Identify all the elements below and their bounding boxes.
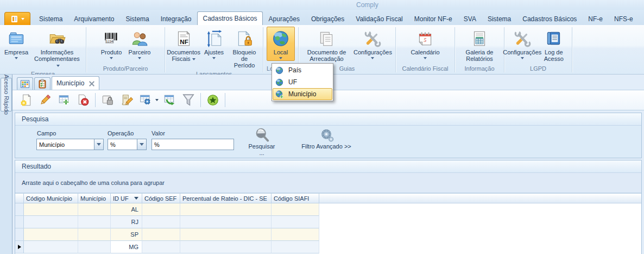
tab-cadastros-basicos-2[interactable]: Cadastros Básicos bbox=[517, 12, 582, 25]
lock-record-icon[interactable] bbox=[99, 92, 116, 108]
grid-cell[interactable] bbox=[180, 241, 272, 253]
column-header-id-uf[interactable]: ID UF bbox=[111, 193, 142, 203]
grid-cell[interactable] bbox=[78, 228, 111, 241]
close-icon[interactable] bbox=[89, 80, 94, 86]
ajustes-button[interactable]: Ajustes bbox=[200, 27, 228, 61]
configuracoes-guias-button[interactable]: Configurações bbox=[352, 27, 393, 61]
doc-tab-checklist[interactable] bbox=[34, 77, 50, 90]
application-menu-button[interactable] bbox=[4, 12, 30, 25]
column-header-percentual-rateio[interactable]: Percentual de Rateio - DIC - SE bbox=[180, 193, 272, 203]
chevron-down-icon[interactable] bbox=[94, 139, 103, 150]
grid-cell[interactable] bbox=[180, 228, 272, 241]
filter-icon[interactable] bbox=[180, 92, 197, 108]
new-record-icon[interactable] bbox=[18, 92, 34, 108]
pesquisar-button[interactable]: Pesquisar ... bbox=[240, 127, 283, 156]
row-selector[interactable] bbox=[15, 216, 24, 228]
add-row-icon[interactable] bbox=[56, 92, 72, 108]
grid-cell[interactable] bbox=[24, 216, 78, 228]
doc-tab-grid-view[interactable] bbox=[17, 77, 33, 90]
informacoes-complementares-button[interactable]: Informações Complementares bbox=[30, 27, 84, 70]
tab-integracao[interactable]: Integração bbox=[155, 12, 197, 25]
galeria-relatorios-button[interactable]: Galeria de Relatórios bbox=[457, 27, 502, 64]
grid-cell[interactable] bbox=[272, 241, 319, 253]
grid-cell-id-uf[interactable]: SP bbox=[111, 228, 142, 241]
bloqueio-periodo-button[interactable]: Bloqueio de Período bbox=[228, 27, 261, 70]
tab-sva[interactable]: SVA bbox=[458, 12, 482, 25]
grid-cell-id-uf-selected[interactable]: MG bbox=[111, 241, 142, 253]
calendario-button[interactable]: 5 Calendário bbox=[408, 27, 441, 61]
row-selector[interactable] bbox=[15, 203, 24, 216]
favorites-icon[interactable] bbox=[205, 92, 221, 108]
delete-record-icon[interactable] bbox=[75, 92, 91, 108]
parceiro-button[interactable]: Parceiro bbox=[125, 27, 154, 61]
menu-item-pais[interactable]: País bbox=[273, 64, 332, 76]
empresa-button[interactable]: Empresa bbox=[2, 27, 30, 61]
table-row[interactable]: AL bbox=[15, 203, 641, 216]
grid-cell[interactable] bbox=[24, 241, 78, 253]
documento-arrecadacao-button[interactable]: Documento de Arrecadação bbox=[301, 27, 352, 64]
export-grid-icon[interactable] bbox=[161, 92, 178, 108]
table-row[interactable]: RJ bbox=[15, 216, 641, 228]
menu-item-municipio[interactable]: Município bbox=[273, 88, 332, 100]
grid-cell[interactable] bbox=[78, 241, 111, 253]
tab-sistema-3[interactable]: Sistema bbox=[482, 12, 516, 25]
produto-button[interactable]: 1234 Produto bbox=[97, 27, 125, 61]
row-selector[interactable] bbox=[15, 228, 24, 241]
group-by-bar[interactable]: Arraste aqui o cabeçalho de uma coluna p… bbox=[15, 173, 641, 193]
tab-nfse[interactable]: NFS-e bbox=[609, 12, 639, 25]
grid-cell[interactable] bbox=[78, 203, 111, 216]
tab-sistema[interactable]: Sistema bbox=[34, 12, 68, 25]
grid-settings-icon[interactable] bbox=[137, 92, 154, 108]
configuracoes-lgpd-button[interactable]: Configurações bbox=[507, 27, 538, 61]
checklist-icon bbox=[37, 79, 47, 89]
tab-arquivamento[interactable]: Arquivamento bbox=[68, 12, 119, 25]
column-header-codigo-siafi[interactable]: Código SIAFI bbox=[272, 193, 319, 203]
table-row[interactable]: SP bbox=[15, 228, 641, 241]
log-acesso-button[interactable]: Log de Acesso bbox=[538, 27, 570, 64]
grid-cell-id-uf[interactable]: AL bbox=[111, 203, 142, 216]
grid-cell[interactable] bbox=[78, 216, 111, 228]
local-button[interactable]: Local bbox=[267, 27, 295, 61]
documentos-fiscais-button[interactable]: NF Documentos Fiscais bbox=[167, 27, 200, 64]
grid-settings-dropdown-icon[interactable] bbox=[155, 99, 159, 101]
column-header-codigo-sef[interactable]: Código SEF bbox=[142, 193, 180, 203]
column-header-codigo-municipio[interactable]: Código Município bbox=[24, 193, 78, 203]
tab-obrigacoes[interactable]: Obrigações bbox=[306, 12, 350, 25]
grid-cell[interactable] bbox=[142, 216, 180, 228]
grid-cell[interactable] bbox=[24, 228, 78, 241]
ribbon-button-label: Calendário bbox=[411, 49, 439, 55]
advanced-filter-button[interactable]: Filtro Avançado >> bbox=[286, 128, 367, 150]
tab-validacao-fiscal[interactable]: Validação Fiscal bbox=[350, 12, 408, 25]
tab-cadastros-basicos[interactable]: Cadastros Básicos bbox=[197, 11, 262, 25]
campo-select[interactable]: Município bbox=[36, 139, 104, 150]
audit-log-icon[interactable] bbox=[118, 92, 135, 108]
doc-tab-municipio[interactable]: Município bbox=[52, 76, 99, 90]
grid-cell[interactable] bbox=[180, 216, 272, 228]
current-row-marker[interactable] bbox=[15, 241, 24, 253]
svg-text:5: 5 bbox=[424, 37, 427, 43]
grid-cell[interactable] bbox=[272, 228, 319, 241]
grid-cell[interactable] bbox=[142, 203, 180, 216]
menu-item-uf[interactable]: UF bbox=[273, 76, 332, 88]
campo-label: Campo bbox=[37, 130, 56, 137]
quick-access-tab[interactable]: Acesso Rápido bbox=[1, 78, 12, 111]
tab-sistema-2[interactable]: Sistema bbox=[120, 12, 154, 25]
grid-cell[interactable] bbox=[142, 241, 180, 253]
tab-monitor-nfe[interactable]: Monitor NF-e bbox=[409, 12, 458, 25]
operacao-select[interactable]: % bbox=[108, 139, 147, 150]
grid-cell[interactable] bbox=[142, 228, 180, 241]
grid-cell-id-uf[interactable]: RJ bbox=[111, 216, 142, 228]
sort-filter-icon[interactable] bbox=[134, 197, 138, 200]
valor-input[interactable] bbox=[151, 139, 234, 150]
table-row-current[interactable]: MG bbox=[15, 241, 641, 253]
edit-record-icon[interactable] bbox=[37, 92, 53, 108]
grid-cell[interactable] bbox=[272, 203, 319, 216]
tab-apuracoes[interactable]: Apurações bbox=[263, 12, 305, 25]
tab-nfe[interactable]: NF-e bbox=[583, 12, 608, 25]
group-separator bbox=[165, 27, 165, 72]
grid-cell[interactable] bbox=[272, 216, 319, 228]
grid-cell[interactable] bbox=[180, 203, 272, 216]
column-header-municipio[interactable]: Município bbox=[78, 193, 111, 203]
grid-cell[interactable] bbox=[24, 203, 78, 216]
chevron-down-icon[interactable] bbox=[137, 139, 146, 150]
